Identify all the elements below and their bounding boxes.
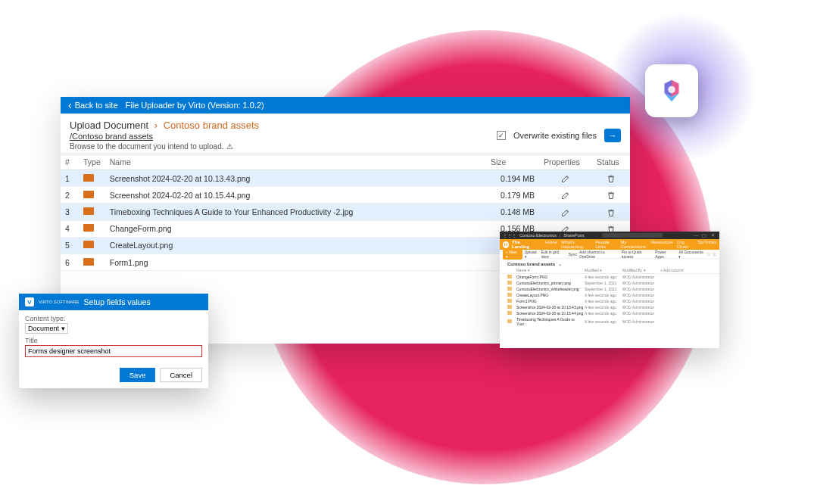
- title-input[interactable]: [25, 345, 202, 357]
- sp-col-modified[interactable]: Modified ▾: [585, 268, 622, 272]
- list-item[interactable]: ContosoElectronics_primary.pngSeptember …: [500, 280, 719, 286]
- location-name[interactable]: Contoso brand assets: [164, 120, 259, 131]
- sp-nav-tab[interactable]: Org Chart: [677, 240, 694, 249]
- sp-modified-by: MOD Administrator: [622, 319, 660, 324]
- list-item[interactable]: Timeboxing Techniques A Guide to Your…A …: [500, 316, 719, 327]
- view-selector[interactable]: All Documents ▾: [678, 250, 705, 259]
- delete-icon[interactable]: [607, 173, 616, 182]
- sp-window-controls[interactable]: — ▢ ✕: [694, 233, 716, 238]
- table-row[interactable]: 1Screenshot 2024-02-20 at 10.13.43.png0.…: [61, 170, 630, 187]
- sp-modified: September 1, 2021: [585, 287, 622, 291]
- row-number: 3: [61, 204, 79, 220]
- sp-library-title[interactable]: Contoso brand assets ⌄: [500, 259, 719, 267]
- sp-file-name: Screenshot 2024-02-20 at 10.13.43.png: [516, 305, 585, 310]
- pin-button[interactable]: Pin to Quick access: [622, 250, 653, 259]
- waffle-icon[interactable]: ⋮⋮⋮: [503, 233, 516, 238]
- sp-nav-tab[interactable]: My Connections: [621, 240, 647, 249]
- sp-file-name: Screenshot 2024-02-20 at 10.15.44.png: [516, 311, 585, 316]
- info-icon[interactable]: ⓘ: [713, 252, 716, 257]
- file-icon: [507, 293, 512, 297]
- file-size: 0.148 MB: [486, 204, 539, 220]
- row-number: 6: [61, 254, 79, 271]
- edit-properties-icon[interactable]: [561, 207, 570, 216]
- dialog-titlebar: V VIRTO SOFTWARE Setup fields values: [19, 294, 208, 310]
- row-number: 1: [61, 170, 79, 187]
- sp-modified: September 1, 2021: [585, 281, 622, 285]
- filter-icon[interactable]: ▽: [707, 252, 710, 257]
- upload-run-button[interactable]: →: [604, 129, 621, 142]
- file-type-icon: [79, 204, 105, 220]
- sp-modified-by: MOD Administrator: [622, 305, 660, 310]
- sp-modified-by: MOD Administrator: [622, 287, 660, 291]
- sp-suitebar: ⋮⋮⋮ Contoso Electronics | SharePoint — ▢…: [500, 232, 719, 239]
- virto-icon: V: [25, 297, 34, 306]
- back-to-site-link[interactable]: Back to site: [68, 99, 118, 111]
- edit-grid-button[interactable]: Edit in grid view: [541, 250, 566, 259]
- upload-document-label: Upload Document: [70, 120, 148, 131]
- file-name: ChangeForm.png: [105, 220, 486, 237]
- sp-col-modifiedby[interactable]: Modified By ▾: [622, 268, 660, 272]
- sp-nav-tab[interactable]: Home: [545, 240, 557, 249]
- setup-fields-dialog: V VIRTO SOFTWARE Setup fields values Con…: [19, 294, 208, 388]
- file-icon: [507, 287, 512, 291]
- svg-point-0: [668, 86, 675, 94]
- col-size: Size: [486, 154, 539, 170]
- content-type-label: Content type:: [25, 315, 202, 322]
- uploader-app-title: File Uploader by Virto (Version: 1.0.2): [126, 101, 264, 110]
- location-path[interactable]: /Contoso brand assets: [70, 132, 259, 141]
- content-type-select[interactable]: Document ▾: [25, 323, 68, 334]
- sp-modified: A few seconds ago: [585, 319, 622, 324]
- file-icon: [507, 281, 512, 285]
- row-number: 2: [61, 187, 79, 204]
- file-type-icon: [79, 220, 105, 237]
- list-item[interactable]: Form1.PNGA few seconds agoMOD Administra…: [500, 298, 719, 304]
- sp-modified: A few seconds ago: [585, 299, 622, 303]
- shortcut-button[interactable]: Add shortcut to OneDrive: [579, 250, 619, 259]
- sp-col-name[interactable]: Name ▾: [516, 268, 585, 272]
- sp-file-name: ChangeForm.PNG: [516, 275, 585, 279]
- upload-button[interactable]: Upload ▾: [525, 250, 539, 259]
- save-button[interactable]: Save: [120, 368, 156, 382]
- sp-nav-tab[interactable]: People Links: [595, 240, 616, 249]
- sp-search[interactable]: [602, 233, 663, 238]
- uploader-header: Upload Document › Contoso brand assets /…: [61, 114, 630, 154]
- delete-icon[interactable]: [607, 207, 616, 216]
- edit-properties-icon[interactable]: [561, 190, 570, 199]
- edit-properties-icon[interactable]: [561, 173, 570, 182]
- list-item[interactable]: CreateLayout.PNGA few seconds agoMOD Adm…: [500, 292, 719, 298]
- sp-nav-tab[interactable]: Tip/Tricks: [697, 240, 716, 249]
- sp-toolbar: + New ▾ Upload ▾ Edit in grid view Sync …: [500, 250, 719, 259]
- list-item[interactable]: ChangeForm.PNGA few seconds agoMOD Admin…: [500, 274, 719, 280]
- sp-modified: A few seconds ago: [585, 275, 622, 279]
- list-item[interactable]: Screenshot 2024-02-20 at 10.15.44.pngA f…: [500, 310, 719, 316]
- list-item[interactable]: ContosoElectronics_whiteheader.pngSeptem…: [500, 286, 719, 292]
- sp-modified: A few seconds ago: [585, 305, 622, 310]
- file-type-icon: [79, 187, 105, 204]
- sync-button[interactable]: Sync: [569, 252, 577, 257]
- sp-nav-tab[interactable]: What's Happening: [561, 240, 591, 249]
- sp-app: SharePoint: [563, 233, 584, 238]
- sp-file-name: Form1.PNG: [516, 299, 585, 303]
- powerapps-button[interactable]: Power Apps: [655, 250, 674, 259]
- sp-col-add[interactable]: + Add column: [660, 268, 698, 272]
- col-type: Type: [79, 154, 105, 170]
- cancel-button[interactable]: Cancel: [160, 368, 202, 382]
- file-icon: [507, 311, 512, 315]
- list-item[interactable]: Screenshot 2024-02-20 at 10.13.43.pngA f…: [500, 304, 719, 310]
- table-row[interactable]: 2Screenshot 2024-02-20 at 10.15.44.png0.…: [61, 187, 630, 204]
- file-name: CreateLayout.png: [105, 237, 486, 254]
- sp-modified-by: MOD Administrator: [622, 281, 660, 285]
- new-button[interactable]: + New ▾: [503, 249, 522, 260]
- table-row[interactable]: 3Timeboxing Techniques A Guide to Your E…: [61, 204, 630, 220]
- site-title[interactable]: The Landing: [512, 240, 536, 249]
- uploader-titlebar: Back to site File Uploader by Virto (Ver…: [61, 97, 630, 114]
- sp-nav-tab[interactable]: Resources: [651, 240, 673, 249]
- delete-icon[interactable]: [607, 190, 616, 199]
- file-size: 0.179 MB: [486, 187, 539, 204]
- file-type-icon: [79, 254, 105, 271]
- overwrite-checkbox[interactable]: ✓: [497, 131, 506, 140]
- row-number: 5: [61, 237, 79, 254]
- file-type-icon: [79, 237, 105, 254]
- file-name: Timeboxing Techniques A Guide to Your En…: [105, 204, 486, 220]
- sp-modified-by: MOD Administrator: [622, 299, 660, 303]
